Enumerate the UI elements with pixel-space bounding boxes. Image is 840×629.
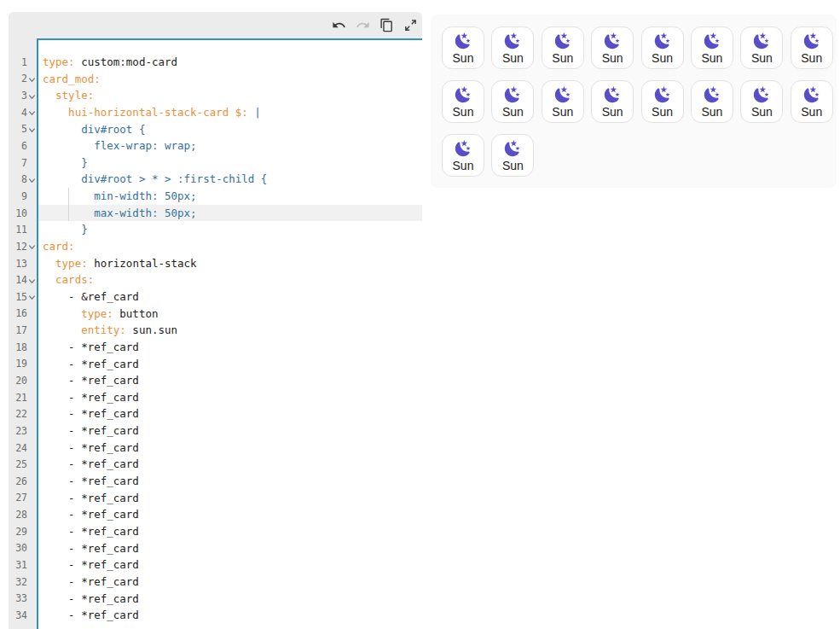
code-line[interactable]: card: <box>38 238 422 255</box>
code-line[interactable]: card_mod: <box>38 71 422 88</box>
code-content[interactable]: type: custom:mod-cardcard_mod: style: hu… <box>37 38 422 629</box>
card-preview-grid: SunSunSunSunSunSunSunSunSunSunSunSunSunS… <box>431 15 837 188</box>
fold-chevron-icon[interactable] <box>27 126 37 134</box>
gutter-row: 14 <box>9 271 37 288</box>
code-line[interactable]: entity: sun.sun <box>38 322 422 339</box>
code-token-plain: - *ref_card <box>43 525 139 538</box>
button-card-sun[interactable]: Sun <box>542 26 584 69</box>
line-number: 7 <box>9 157 27 169</box>
code-line[interactable]: hui-horizontal-stack-card $: | <box>38 104 422 121</box>
weather-night-icon <box>752 32 771 50</box>
code-line[interactable]: } <box>38 221 422 238</box>
code-line[interactable]: - *ref_card <box>38 405 422 422</box>
card-label: Sun <box>502 105 524 119</box>
button-card-sun[interactable]: Sun <box>591 80 634 123</box>
gutter-row: 25 <box>9 456 37 473</box>
code-token-key: type: <box>81 307 113 320</box>
gutter-row: 32 <box>9 574 37 591</box>
indent-guide <box>68 205 69 222</box>
button-card-sun[interactable]: Sun <box>641 80 684 123</box>
gutter-row: 26 <box>9 473 37 490</box>
code-line[interactable]: - *ref_card <box>38 372 422 389</box>
code-line[interactable]: div#root { <box>38 121 422 138</box>
code-line[interactable]: - *ref_card <box>38 506 422 523</box>
card-label: Sun <box>751 51 773 65</box>
code-line[interactable]: style: <box>38 87 422 104</box>
weather-night-icon <box>703 32 721 50</box>
button-card-sun[interactable]: Sun <box>542 80 584 123</box>
code-line[interactable]: div#root > * > :first-child { <box>38 171 422 188</box>
undo-button[interactable] <box>331 18 346 33</box>
code-line[interactable]: - *ref_card <box>38 356 422 373</box>
code-token-str: max-width: 50px; <box>43 207 197 219</box>
code-token-plain <box>43 273 55 286</box>
code-line[interactable]: - *ref_card <box>38 490 422 507</box>
code-line[interactable]: min-width: 50px; <box>38 188 422 205</box>
code-line[interactable]: cards: <box>38 271 422 288</box>
card-label: Sun <box>453 159 474 172</box>
code-line[interactable]: type: horizontal-stack <box>38 255 422 272</box>
button-card-sun[interactable]: Sun <box>442 26 484 69</box>
code-line[interactable]: - *ref_card <box>38 556 422 574</box>
button-card-sun[interactable]: Sun <box>691 26 733 69</box>
fold-chevron-icon[interactable] <box>27 177 37 184</box>
code-line[interactable]: - *ref_card <box>38 422 422 440</box>
code-line[interactable]: - *ref_card <box>38 591 422 608</box>
weather-night-icon <box>553 32 572 50</box>
code-line[interactable]: - &ref_card <box>38 288 422 306</box>
card-label: Sun <box>652 105 673 119</box>
button-card-sun[interactable]: Sun <box>740 26 783 69</box>
code-line[interactable]: - *ref_card <box>38 523 422 540</box>
code-token-plain: - *ref_card <box>43 575 139 588</box>
code-line[interactable]: - *ref_card <box>38 440 422 457</box>
code-token-plain: - *ref_card <box>43 341 139 353</box>
gutter-row: 34 <box>9 607 37 624</box>
code-line[interactable]: - *ref_card <box>38 574 422 591</box>
line-number: 4 <box>9 107 27 119</box>
fold-chevron-icon[interactable] <box>27 76 37 84</box>
code-line[interactable]: } <box>38 154 422 172</box>
fold-chevron-icon[interactable] <box>27 243 37 251</box>
code-line[interactable]: type: custom:mod-card <box>38 54 422 71</box>
line-number: 31 <box>9 559 27 571</box>
editor-toolbar <box>9 12 422 38</box>
button-card-sun[interactable]: Sun <box>591 26 634 69</box>
button-card-sun[interactable]: Sun <box>491 80 534 123</box>
button-card-sun[interactable]: Sun <box>791 80 833 123</box>
code-line[interactable]: - *ref_card <box>38 389 422 406</box>
button-card-sun[interactable]: Sun <box>491 134 534 177</box>
button-card-sun[interactable]: Sun <box>442 134 484 177</box>
code-line[interactable]: - *ref_card <box>38 540 422 557</box>
fold-chevron-icon[interactable] <box>27 109 37 117</box>
copy-button[interactable] <box>379 18 394 33</box>
code-token-plain: - *ref_card <box>43 609 139 621</box>
code-line[interactable]: type: button <box>38 306 422 323</box>
code-token-plain: - *ref_card <box>43 492 139 504</box>
fold-chevron-icon[interactable] <box>27 277 37 285</box>
redo-button[interactable] <box>355 18 370 33</box>
fold-chevron-icon[interactable] <box>27 294 37 301</box>
button-card-sun[interactable]: Sun <box>491 26 534 69</box>
code-token-str: div#root > * > :first-child { <box>43 172 267 185</box>
gutter-row: 33 <box>9 591 37 608</box>
code-line[interactable]: - *ref_card <box>38 456 422 473</box>
code-token-str: min-width: 50px; <box>43 189 197 202</box>
code-line[interactable]: - *ref_card <box>38 473 422 490</box>
code-line[interactable]: - *ref_card <box>38 339 422 356</box>
fold-chevron-icon[interactable] <box>27 93 37 101</box>
gutter-row: 8 <box>9 171 37 188</box>
button-card-sun[interactable]: Sun <box>442 80 484 123</box>
code-token-str: } <box>43 156 88 169</box>
expand-button[interactable] <box>403 18 418 33</box>
button-card-sun[interactable]: Sun <box>641 26 684 69</box>
button-card-sun[interactable]: Sun <box>791 26 833 69</box>
weather-night-icon <box>603 85 622 104</box>
button-card-sun[interactable]: Sun <box>691 80 733 123</box>
code-line-active[interactable]: max-width: 50px; <box>38 205 422 222</box>
line-number: 15 <box>9 291 27 303</box>
code-token-plain: sun.sun <box>126 323 177 336</box>
button-card-sun[interactable]: Sun <box>740 80 783 123</box>
code-token-str: | <box>248 106 261 119</box>
code-line[interactable]: flex-wrap: wrap; <box>38 137 422 154</box>
code-line[interactable]: - *ref_card <box>38 607 422 624</box>
